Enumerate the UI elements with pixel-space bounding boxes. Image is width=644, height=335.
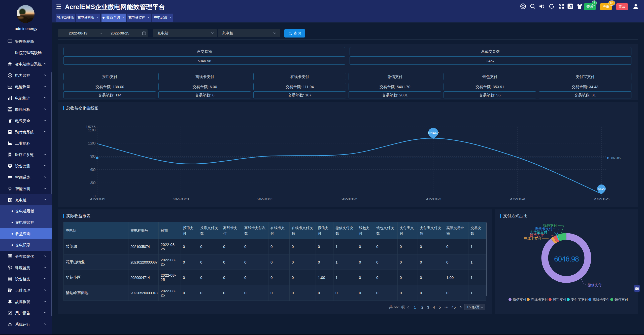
svg-text:钱包支付: 钱包支付 [615, 298, 628, 302]
svg-text:2022-08-20: 2022-08-20 [173, 197, 189, 201]
svg-text:863.85: 863.85 [611, 156, 621, 160]
svg-text:1,500: 1,500 [88, 128, 95, 132]
svg-text:在线卡支付: 在线卡支付 [531, 298, 548, 302]
svg-text:在线卡支付: 在线卡支付 [524, 236, 541, 240]
svg-text:1314.67: 1314.67 [428, 131, 439, 135]
svg-text:600: 600 [90, 168, 96, 172]
svg-text:6046.98: 6046.98 [554, 255, 579, 263]
svg-text:900: 900 [90, 154, 96, 158]
svg-text:2022-08-21: 2022-08-21 [257, 197, 273, 201]
svg-text:300: 300 [90, 181, 96, 185]
svg-text:投币支付: 投币支付 [553, 298, 567, 302]
svg-text:微信支付: 微信支付 [513, 298, 527, 302]
svg-text:1,200: 1,200 [88, 141, 95, 145]
svg-text:2022-08-25: 2022-08-25 [594, 197, 609, 201]
svg-text:离线卡支付: 离线卡支付 [593, 298, 610, 302]
svg-text:2022-08-24: 2022-08-24 [510, 197, 525, 201]
svg-text:微信支付: 微信支付 [588, 283, 602, 287]
svg-text:2022-08-22: 2022-08-22 [342, 197, 357, 201]
svg-text:2022-08-23: 2022-08-23 [426, 197, 441, 201]
svg-text:2022-08-19: 2022-08-19 [90, 197, 105, 201]
svg-text:支付宝支付: 支付宝支付 [571, 298, 588, 302]
svg-text:53.29: 53.29 [598, 187, 605, 191]
